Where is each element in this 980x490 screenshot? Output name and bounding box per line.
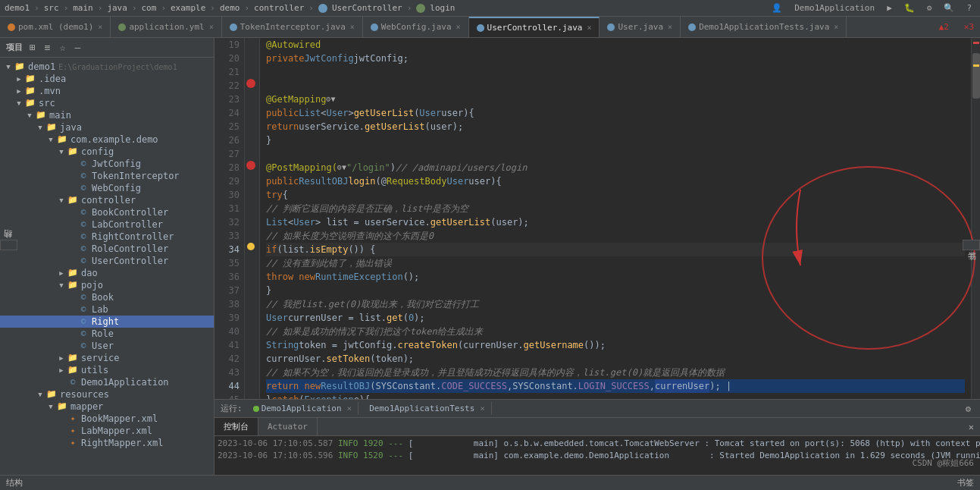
tree-item-idea[interactable]: ▶ 📁 .idea [0,73,214,85]
tree-label-main: main [49,110,71,121]
login-method-icon [416,4,425,13]
tree-item-bookmapper[interactable]: ✦ BookMapper.xml [0,413,214,425]
folder-icon-controller: 📁 [67,195,79,206]
vertical-tab-structure[interactable]: 结构 [0,240,17,250]
tree-item-mvn[interactable]: ▶ 📁 .mvn [0,85,214,97]
run-tab-tests[interactable]: Demo1ApplicationTests × [363,402,492,415]
tab-demo1tests[interactable]: Demo1ApplicationTests.java × [681,17,847,37]
line-num-30: 30 [219,188,240,202]
tree-arrow-service: ▶ [56,354,67,362]
folder-icon-utils: 📁 [67,365,79,375]
editor-scrollbar[interactable] [971,38,980,399]
run-tab-close-tests[interactable]: × [480,404,485,413]
tab-close-demo1tests[interactable]: × [834,23,838,31]
tree-item-rightmapper[interactable]: ✦ RightMapper.xml [0,437,214,449]
debug-btn[interactable]: 🐛 [900,2,919,14]
tab-close-usercontroller[interactable]: × [587,24,591,32]
status-bookmark[interactable]: 书签 [957,477,974,488]
nav-bar: demo1 › src › main › java › com › exampl… [0,0,980,17]
run-tab-close-demo1[interactable]: × [347,404,352,413]
sidebar-gear-btn[interactable]: ☆ [58,41,68,54]
run-btn[interactable]: ▶ [883,2,896,14]
code-line-27 [266,147,965,161]
sidebar-minimize-btn[interactable]: — [72,41,83,54]
scrollbar-thumb[interactable] [972,53,980,99]
tree-item-rolecontroller[interactable]: © RoleController [0,243,214,255]
tree-item-jwtconfig[interactable]: © JwtConfig [0,158,214,170]
tab-webconfig[interactable]: WebConfig.java × [363,17,469,37]
tree-item-utils[interactable]: ▶ 📁 utils [0,364,214,376]
tab-usercontroller[interactable]: UserController.java × [469,17,600,37]
tree-item-lab[interactable]: © Lab [0,303,214,316]
bottom-tab-end: ✕ [963,418,980,435]
line-num-32: 32 [219,215,240,229]
tree-item-labcontroller[interactable]: © LabController [0,218,214,231]
settings-btn[interactable]: ⚙ [923,2,936,14]
tree-label-user: User [92,341,114,351]
tree-item-controller[interactable]: ▼ 📁 controller [0,194,214,206]
code-line-38: // 我把list.get(0)取现出来，我们对它进行打工 [266,297,965,311]
tab-tokeninterceptor[interactable]: TokenInterceptor.java × [222,17,363,37]
tree-item-dao[interactable]: ▶ 📁 dao [0,267,214,279]
sidebar-collapse-btn[interactable]: ⊞ [27,41,38,54]
tree-item-src[interactable]: ▼ 📁 src [0,97,214,109]
breakpoint-28[interactable] [246,161,255,170]
tree-item-tokeninterceptor[interactable]: © TokenInterceptor [0,170,214,182]
run-tab-demo1[interactable]: Demo1Application × [247,402,359,415]
tree-item-right[interactable]: © Right [0,316,214,328]
tree-label-right: Right [92,316,119,327]
run-tab-label-demo1: Demo1Application [261,404,342,413]
bottom-tab-actuator[interactable]: Actuator [258,418,318,435]
help-btn[interactable]: ? [963,2,975,14]
vertical-tab-bookmark[interactable]: 书签 [963,240,980,250]
tree-label-demo1app: Demo1Application [81,377,169,388]
tree-item-usercontroller[interactable]: © UserController [0,255,214,267]
tree-item-com[interactable]: ▼ 📁 com.example.demo [0,133,214,146]
tree-item-user[interactable]: © User [0,340,214,352]
bottom-close-icon[interactable]: ✕ [969,422,974,432]
tree-item-service[interactable]: ▶ 📁 service [0,352,214,364]
tree-item-role[interactable]: © Role [0,328,214,340]
line-num-43: 43 [219,366,240,379]
tree-item-demo1[interactable]: ▼ 📁 demo1 E:\GraduationProject\demo1 [0,61,214,73]
bottom-tab-console[interactable]: 控制台 [214,418,258,435]
line-num-31: 31 [219,202,240,215]
tab-yml[interactable]: application.yml × [111,17,221,37]
code-line-21 [266,65,965,79]
code-content[interactable]: @Autowired private JwtConfig jwtConfig; … [260,38,971,399]
tree-item-webconfig[interactable]: © WebConfig [0,182,214,194]
bottom-tabs: 控制台 Actuator ✕ [214,418,980,436]
tab-close-webconfig[interactable]: × [456,23,461,31]
tree-item-demo1app[interactable]: © Demo1Application [0,376,214,388]
tab-close-tokeninterceptor[interactable]: × [350,23,355,31]
right-panel-vertical-tabs: 书签 [963,240,980,250]
run-settings-icon[interactable]: ⚙ [963,404,974,414]
tree-item-resources[interactable]: ▼ 📁 resources [0,388,214,400]
tab-close-user[interactable]: × [668,23,672,31]
tree-item-mapper[interactable]: ▼ 📁 mapper [0,400,214,413]
sidebar-toolbar: 项目 ⊞ ≡ ☆ — [0,38,214,58]
tree-item-labmapper[interactable]: ✦ LabMapper.xml [0,425,214,437]
breakpoint-23[interactable] [246,79,255,88]
sidebar-sort-btn[interactable]: ≡ [42,41,53,54]
code-line-32: List<User> list = userService.getUserLis… [266,215,965,229]
user-icon[interactable]: 👤 [768,2,786,14]
tab-close-yml[interactable]: × [209,23,214,31]
tree-label-java: java [60,122,82,133]
tree-item-bookcontroller[interactable]: © BookController [0,206,214,218]
breadcrumb-usercontroller: UserController [332,3,402,13]
tree-item-main[interactable]: ▼ 📁 main [0,109,214,121]
tree-item-config[interactable]: ▼ 📁 config [0,146,214,158]
code-line-37: } [266,284,965,297]
tree-item-rightcontroller[interactable]: © RightController [0,231,214,243]
search-btn[interactable]: 🔍 [940,2,958,14]
status-structure[interactable]: 结构 [6,477,23,488]
tree-item-book[interactable]: © Book [0,291,214,303]
tab-label-usercontroller: UserController.java [487,23,583,33]
code-editor: 19 20 21 22 23 24 25 26 27 28 29 30 31 3… [214,38,980,399]
tab-user[interactable]: User.java × [600,17,681,37]
tab-pom[interactable]: pom.xml (demo1) × [0,17,111,37]
tab-close-pom[interactable]: × [98,23,102,31]
tree-item-pojo[interactable]: ▼ 📁 pojo [0,279,214,291]
tree-item-java[interactable]: ▼ 📁 java [0,121,214,133]
